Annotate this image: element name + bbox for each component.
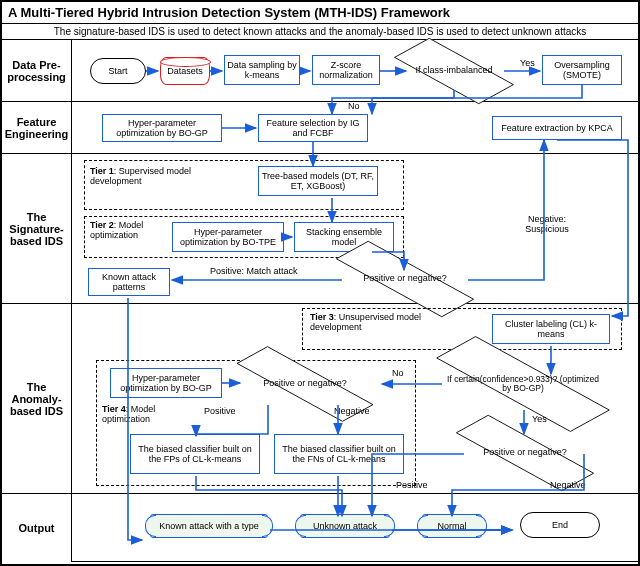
zscore-node: Z-score normalization xyxy=(312,55,380,85)
yes-1: Yes xyxy=(520,58,535,68)
row-feat: No Hyper-parameter optimization by BO-GP… xyxy=(72,102,638,154)
known-type-text: Known attack with a type xyxy=(159,521,259,531)
fp-node: The biased classifier built on the FPs o… xyxy=(130,434,260,474)
fsel-node: Feature selection by IG and FCBF xyxy=(258,114,368,142)
datasets-node: Datasets xyxy=(160,57,210,85)
neg-2: Negative xyxy=(334,406,370,416)
smote-node: Oversampling (SMOTE) xyxy=(542,55,622,85)
normal-text: Normal xyxy=(437,521,466,531)
end-node: End xyxy=(520,512,600,538)
label-feat: Feature Engineering xyxy=(2,102,71,154)
layout: Data Pre-processing Feature Engineering … xyxy=(2,40,638,562)
pos-3a: Positive xyxy=(396,480,428,490)
conf-text: If certain(confidence>0.933)? (optimized… xyxy=(428,356,618,412)
normal-node: Normal xyxy=(422,514,482,538)
no-1: No xyxy=(348,101,360,111)
neg-susp-label: Negative: Suspicious xyxy=(512,214,582,234)
subtitle: The signature-based IDS is used to detec… xyxy=(2,24,638,40)
sampling-node: Data sampling by k-means xyxy=(224,55,300,85)
label-out: Output xyxy=(2,494,71,562)
diagram-frame: A Multi-Tiered Hybrid Intrusion Detectio… xyxy=(0,0,640,566)
posneg3-decision: Positive or negative? xyxy=(450,430,600,476)
no-2: No xyxy=(392,368,404,378)
row-preproc: Start Datasets Data sampling by k-means … xyxy=(72,40,638,102)
kpca-node: Feature extraction by KPCA xyxy=(492,116,622,140)
rows: Start Datasets Data sampling by k-means … xyxy=(72,40,638,562)
posneg1-text: Positive or negative? xyxy=(330,256,480,302)
row-sig: Tier 1: Supervised model development Tre… xyxy=(72,154,638,304)
imbalanced-decision: If class-imbalanced xyxy=(394,46,514,96)
tier1-label: Tier 1: Supervised model development xyxy=(90,166,210,186)
unknown-node: Unknown attack xyxy=(300,514,390,538)
hpo-tpe-node: Hyper-parameter optimization by BO-TPE xyxy=(172,222,284,252)
tier2-label: Tier 2: Model optimization xyxy=(90,220,170,240)
tier4-label: Tier 4: Model optimization xyxy=(102,404,182,424)
conf-decision: If certain(confidence>0.933)? (optimized… xyxy=(428,356,618,412)
section-labels: Data Pre-processing Feature Engineering … xyxy=(2,40,72,562)
start-node: Start xyxy=(90,58,146,84)
posneg2-decision: Positive or negative? xyxy=(230,362,380,406)
row-out: Known attack with a type Unknown attack … xyxy=(72,494,638,562)
unknown-text: Unknown attack xyxy=(313,521,377,531)
title: A Multi-Tiered Hybrid Intrusion Detectio… xyxy=(2,2,638,24)
cl-node: Cluster labeling (CL) k-means xyxy=(492,314,610,344)
pos-2: Positive xyxy=(204,406,236,416)
tree-node: Tree-based models (DT, RF, ET, XGBoost) xyxy=(258,166,378,196)
yes-2: Yes xyxy=(532,414,547,424)
match-label: Positive: Match attack xyxy=(210,266,310,276)
fn-node: The biased classifier built on the FNs o… xyxy=(274,434,404,474)
neg-3a: Negative xyxy=(550,480,586,490)
hpo-gp1-node: Hyper-parameter optimization by BO-GP xyxy=(102,114,222,142)
known-patterns-node: Known attack patterns xyxy=(88,268,170,296)
label-sig: The Signature-based IDS xyxy=(2,154,71,304)
label-anom: The Anomaly-based IDS xyxy=(2,304,71,494)
posneg1-decision: Positive or negative? xyxy=(330,256,480,302)
imbalanced-text: If class-imbalanced xyxy=(394,46,514,96)
hpo-gp2-node: Hyper-parameter optimization by BO-GP xyxy=(110,368,222,398)
label-preproc: Data Pre-processing xyxy=(2,40,71,102)
posneg2-text: Positive or negative? xyxy=(230,362,380,406)
tier3-label: Tier 3: Unsupervised model development xyxy=(310,312,460,332)
known-type-node: Known attack with a type xyxy=(150,514,268,538)
row-anom: Tier 3: Unsupervised model development C… xyxy=(72,304,638,494)
posneg3-text: Positive or negative? xyxy=(450,430,600,476)
